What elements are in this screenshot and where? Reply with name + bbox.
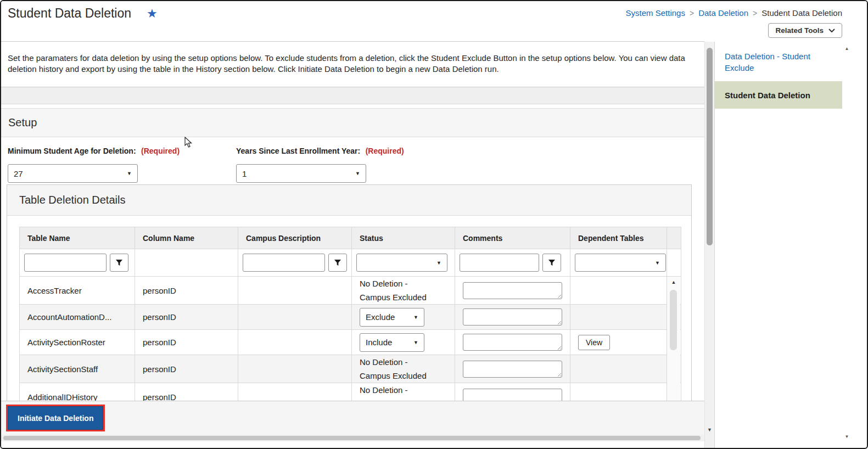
col-header-dependent-tables[interactable]: Dependent Tables [570, 227, 667, 249]
min-age-required-tag: (Required) [141, 147, 180, 155]
chevron-down-icon [828, 29, 835, 32]
page-scroll-up-arrow[interactable]: ▲ [843, 46, 851, 51]
cell-column-name: personID [135, 355, 238, 383]
initiate-data-deletion-button[interactable]: Initiate Data Deletion [8, 406, 103, 430]
breadcrumb-system-settings[interactable]: System Settings [626, 8, 685, 18]
col-header-status[interactable]: Status [352, 227, 455, 249]
years-since-field: Years Since Last Enrollment Year: (Requi… [236, 146, 404, 183]
app-window: Student Data Deletion ★ System Settings>… [0, 0, 868, 449]
filter-funnel-icon [115, 259, 123, 266]
table-row: AccessTracker personID No Deletion - Cam… [20, 277, 681, 305]
page-scroll-down-arrow[interactable]: ▼ [843, 434, 851, 439]
main-panel: Set the paramaters for data deletion by … [1, 42, 704, 448]
caret-down-icon: ▼ [655, 260, 660, 265]
sidebar-item-student-exclude[interactable]: Data Deletion - Student Exclude [725, 50, 835, 74]
setup-section-header: Setup [1, 108, 704, 137]
caret-down-icon: ▼ [413, 340, 418, 345]
min-age-value: 27 [14, 169, 23, 178]
breadcrumb-separator: > [690, 9, 694, 18]
status-select-value: Include [366, 338, 392, 347]
horizontal-scrollbar[interactable] [1, 435, 704, 441]
col-header-table-name[interactable]: Table Name [20, 227, 135, 249]
collapsed-toolbar-strip [1, 87, 704, 104]
dependent-tables-filter-select[interactable]: ▼ [575, 254, 666, 272]
table-name-filter-button[interactable] [110, 254, 128, 272]
cell-campus-description [238, 330, 352, 355]
years-since-required-tag: (Required) [366, 147, 404, 155]
deletion-table: Table Name Column Name Campus Descriptio… [19, 227, 681, 411]
years-since-select[interactable]: 1 ▼ [236, 164, 366, 183]
min-age-select[interactable]: 27 ▼ [8, 164, 138, 183]
col-header-scrollbar-spacer [667, 227, 681, 249]
table-row: ActivitySectionRoster personID Include ▼… [20, 330, 681, 355]
years-since-value: 1 [242, 169, 247, 178]
cell-column-name: personID [135, 305, 238, 330]
view-dependent-tables-button[interactable]: View [578, 335, 610, 350]
highlight-outline: Initiate Data Deletion [6, 405, 105, 431]
table-scrollbar[interactable]: ▲ [667, 277, 680, 402]
cell-campus-description [238, 305, 352, 330]
page-header: Student Data Deletion ★ System Settings>… [1, 1, 867, 41]
years-since-label: Years Since Last Enrollment Year: [236, 147, 360, 155]
main-scrollbar-thumb[interactable] [707, 48, 713, 245]
cell-table-name: AccountAutomationD... [20, 305, 135, 330]
cell-status-text: No Deletion - Campus Excluded [360, 355, 431, 383]
table-deletion-details-section: Table Deletion Details Table Name Column… [7, 184, 692, 402]
breadcrumb-data-deletion[interactable]: Data Deletion [698, 8, 748, 18]
cell-campus-description [238, 277, 352, 305]
related-tools-label: Related Tools [775, 26, 824, 35]
related-tools-button[interactable]: Related Tools [768, 23, 842, 38]
main-scroll-down-arrow[interactable]: ▼ [705, 427, 714, 433]
cell-status-text: No Deletion - Campus Excluded [360, 277, 431, 304]
comments-filter-input[interactable] [460, 254, 539, 272]
status-select-value: Exclude [366, 312, 395, 322]
page-description: Set the paramaters for data deletion by … [1, 42, 704, 87]
breadcrumb-separator: > [753, 9, 757, 18]
setup-section-title: Setup [8, 116, 37, 129]
comment-textarea[interactable] [463, 308, 562, 325]
status-filter-select[interactable]: ▼ [356, 254, 447, 272]
cell-column-name: personID [135, 330, 238, 355]
caret-down-icon: ▼ [436, 260, 441, 265]
campus-description-filter-button[interactable] [328, 254, 347, 272]
cell-campus-description [238, 355, 352, 383]
filter-funnel-icon [548, 259, 556, 266]
favorite-star-icon[interactable]: ★ [147, 7, 158, 21]
table-name-filter-input[interactable] [24, 254, 107, 272]
right-sidebar: Data Deletion - Student Exclude Student … [714, 42, 842, 448]
cell-dependent-tables [570, 305, 667, 330]
table-header-row: Table Name Column Name Campus Descriptio… [20, 227, 681, 249]
min-age-field: Minimum Student Age for Deletion: (Requi… [8, 146, 180, 183]
main-vertical-scrollbar[interactable]: ▼ [704, 42, 714, 448]
comment-textarea[interactable] [463, 361, 562, 378]
horizontal-scrollbar-thumb[interactable] [3, 436, 701, 440]
caret-down-icon: ▼ [355, 171, 360, 176]
min-age-label: Minimum Student Age for Deletion: [8, 147, 136, 155]
campus-description-filter-input[interactable] [243, 254, 325, 272]
comment-textarea[interactable] [463, 282, 562, 299]
page-title: Student Data Deletion [8, 6, 131, 21]
cell-dependent-tables [570, 277, 667, 305]
cell-column-name: personID [135, 277, 238, 305]
filter-funnel-icon [334, 259, 341, 266]
breadcrumb: System Settings>Data Deletion>Student Da… [626, 8, 842, 18]
col-header-comments[interactable]: Comments [455, 227, 570, 249]
page-scrollbar[interactable]: ▲ ▼ [843, 42, 851, 448]
col-header-column-name[interactable]: Column Name [135, 227, 238, 249]
table-scroll-up-arrow[interactable]: ▲ [667, 279, 680, 285]
comment-textarea[interactable] [463, 334, 562, 351]
setup-form: Minimum Student Age for Deletion: (Requi… [1, 137, 704, 184]
sidebar-item-student-data-deletion[interactable]: Student Data Deletion [715, 81, 842, 109]
cell-table-name: AccessTracker [20, 277, 135, 305]
status-select[interactable]: Include ▼ [360, 333, 424, 352]
cell-dependent-tables [570, 355, 667, 383]
table-row: ActivitySectionStaff personID No Deletio… [20, 355, 681, 383]
col-header-campus-description[interactable]: Campus Description [238, 227, 352, 249]
table-scrollbar-thumb[interactable] [670, 290, 677, 350]
comments-filter-button[interactable] [542, 254, 561, 272]
status-select[interactable]: Exclude ▼ [360, 308, 424, 327]
spacer [1, 104, 704, 108]
deletion-grid-wrap: Table Name Column Name Campus Descriptio… [19, 227, 681, 411]
cell-table-name: ActivitySectionRoster [20, 330, 135, 355]
cell-table-name: ActivitySectionStaff [20, 355, 135, 383]
